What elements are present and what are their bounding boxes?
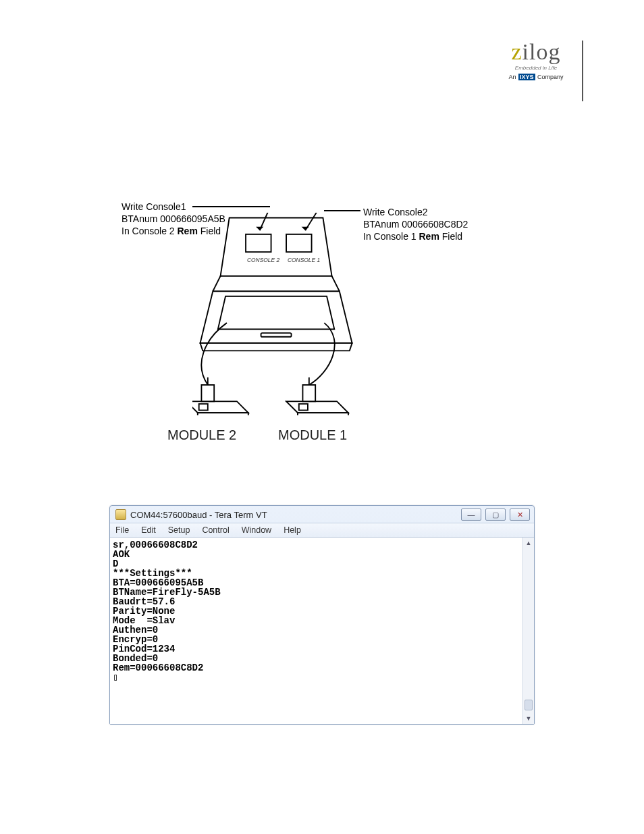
- svg-marker-18: [286, 401, 348, 413]
- screen-console1-label: CONSOLE 1: [288, 257, 320, 263]
- menu-control[interactable]: Control: [202, 525, 229, 535]
- leader-line-right: [324, 210, 360, 211]
- scroll-thumb[interactable]: [525, 700, 533, 710]
- logo-word: zilog: [495, 41, 576, 63]
- header-rule: [582, 41, 583, 101]
- callout-right-line3: In Console 1 Rem Field: [363, 230, 468, 242]
- minimize-button[interactable]: —: [461, 509, 481, 521]
- logo-first-letter: z: [512, 39, 522, 64]
- window-title: COM44:57600baud - Tera Term VT: [130, 510, 267, 520]
- svg-rect-20: [302, 385, 315, 401]
- callout-right-line1: Write Console2: [363, 206, 468, 218]
- logo-tagline: Embedded in Life: [495, 65, 576, 71]
- callout-right-line2: BTAnum 00066608C8D2: [363, 218, 468, 230]
- callout-right: Write Console2 BTAnum 00066608C8D2 In Co…: [363, 206, 468, 243]
- menu-setup[interactable]: Setup: [168, 525, 190, 535]
- menu-window[interactable]: Window: [242, 525, 271, 535]
- app-icon: [115, 509, 126, 520]
- svg-rect-16: [199, 404, 208, 410]
- close-button[interactable]: ✕: [510, 509, 530, 521]
- leader-line-left: [192, 206, 270, 207]
- logo-company-pre: An: [508, 74, 518, 80]
- menu-help[interactable]: Help: [284, 525, 301, 535]
- laptop-and-modules-icon: CONSOLE 2 CONSOLE 1: [192, 213, 361, 415]
- svg-marker-7: [200, 291, 352, 343]
- svg-marker-19: [298, 413, 348, 415]
- window-titlebar[interactable]: COM44:57600baud - Tera Term VT — ▢ ✕: [110, 506, 534, 523]
- logo-ixys-badge: IXYS: [518, 74, 535, 80]
- module-1-label: MODULE 1: [278, 427, 347, 443]
- svg-line-10: [213, 276, 220, 292]
- screen-console2-label: CONSOLE 2: [247, 257, 280, 263]
- scroll-down-icon[interactable]: ▼: [523, 713, 534, 724]
- maximize-button[interactable]: ▢: [485, 509, 506, 521]
- svg-marker-14: [198, 413, 248, 415]
- logo-rest: ilog: [522, 39, 561, 64]
- menu-file[interactable]: File: [115, 525, 129, 535]
- logo-company-post: Company: [536, 74, 564, 80]
- svg-line-11: [332, 276, 340, 292]
- svg-rect-21: [299, 404, 308, 410]
- scrollbar[interactable]: ▲ ▼: [522, 538, 534, 724]
- tera-term-window: COM44:57600baud - Tera Term VT — ▢ ✕ Fil…: [109, 505, 535, 725]
- brand-logo: zilog Embedded in Life An IXYS Company: [495, 41, 576, 80]
- terminal-output[interactable]: sr,00066608C8D2 AOK D ***Settings*** BTA…: [110, 538, 522, 724]
- svg-marker-8: [200, 343, 352, 350]
- hardware-diagram: Write Console1 BTAnum 000666095A5B In Co…: [122, 199, 527, 449]
- logo-company-line: An IXYS Company: [495, 74, 576, 80]
- scroll-up-icon[interactable]: ▲: [523, 538, 534, 548]
- svg-marker-0: [221, 218, 332, 276]
- menu-bar: File Edit Setup Control Window Help: [110, 523, 534, 537]
- module-2-label: MODULE 2: [167, 427, 236, 443]
- svg-rect-15: [201, 385, 214, 401]
- menu-edit[interactable]: Edit: [141, 525, 156, 535]
